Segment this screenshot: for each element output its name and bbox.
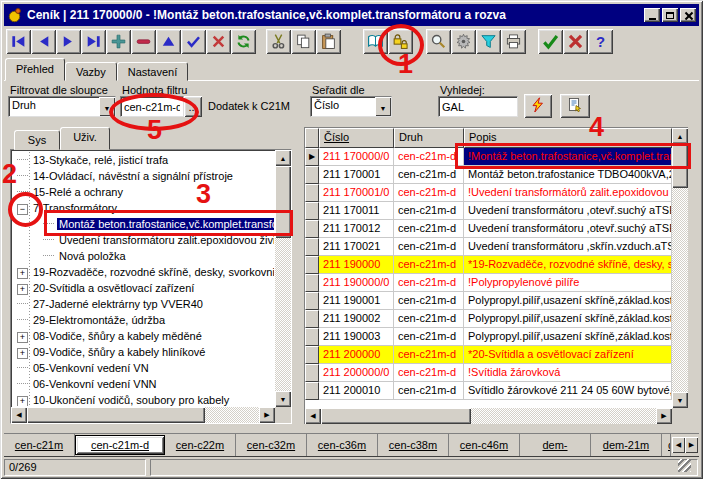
column-header-číslo[interactable]: Číslo — [319, 128, 394, 148]
tree-item[interactable]: 09-Vodiče, šňůry a kabely hliníkové — [13, 344, 274, 360]
column-header-popis[interactable]: Popis — [464, 128, 672, 148]
scrollbar-thumb[interactable] — [27, 407, 205, 423]
dropdown-button[interactable] — [99, 97, 115, 116]
resize-grip[interactable] — [678, 459, 691, 472]
tree-expander-minus-icon[interactable] — [17, 204, 28, 215]
tree-item[interactable]: Montáž beton.trafostanice,vč.komplet.tra… — [13, 216, 274, 232]
prior-record-button[interactable] — [31, 29, 56, 54]
paste-button[interactable] — [316, 29, 341, 54]
dataset-tab-cen-c46m[interactable]: cen-c46m — [449, 434, 520, 456]
tree-item[interactable]: 14-Ovládací, návěstní a signální přístro… — [13, 168, 274, 184]
grid-row[interactable]: 211 190002cen-c21m-dPolypropyl.pilíř,usa… — [305, 310, 672, 328]
tree-item[interactable]: Uvedení transformátoru zalit.epoxidovou … — [13, 232, 274, 248]
tree-item[interactable]: Nová položka — [13, 248, 274, 264]
tree-horizontal-scrollbar[interactable] — [11, 407, 275, 423]
locks-button[interactable] — [388, 29, 413, 54]
dataset-tab-cen-c21m-d[interactable]: cen-c21m-d — [75, 435, 165, 455]
tree-item[interactable]: 10-Ukončení vodičů, soubory pro kabely — [13, 392, 274, 406]
scroll-left-icon[interactable] — [305, 408, 321, 424]
column-header-druh[interactable]: Druh — [394, 128, 464, 148]
maximize-button[interactable] — [662, 8, 678, 22]
cancel-button[interactable] — [563, 29, 588, 54]
settings-button[interactable] — [451, 29, 476, 54]
grid-row[interactable]: 211 170011cen-c21m-dUvedení transformáto… — [305, 202, 672, 220]
grid-row[interactable]: 211 170012cen-c21m-dUvedení transformáto… — [305, 220, 672, 238]
tree-expander-plus-icon[interactable] — [17, 396, 28, 406]
search-button[interactable] — [426, 29, 451, 54]
scroll-up-icon[interactable] — [672, 128, 688, 144]
dataset-tab-cen-c32m[interactable]: cen-c32m — [236, 434, 307, 456]
grid-row[interactable]: 211 170000/0cen-c21m-d!Montáž beton.traf… — [305, 148, 672, 166]
tree-item[interactable]: 19-Rozvaděče, rozvodné skříně, desky, sv… — [13, 264, 274, 280]
tab-uziv[interactable]: Uživ. — [60, 127, 110, 150]
grid-row[interactable]: 211 190001cen-c21m-dPolypropyl.pilíř,usa… — [305, 292, 672, 310]
dataset-tab-de[interactable]: de — [662, 434, 671, 456]
dataset-tab-cen-c38m[interactable]: cen-c38m — [378, 434, 449, 456]
book-button[interactable] — [363, 29, 388, 54]
sort-select[interactable]: Číslo — [310, 96, 392, 117]
scroll-right-icon[interactable] — [656, 408, 672, 424]
tree-item[interactable]: 29-Elektromontáže, údržba — [13, 312, 274, 328]
scroll-down-icon[interactable] — [275, 391, 291, 407]
grid-row[interactable]: 211 190003cen-c21m-dPolypropyl.pilíř,usa… — [305, 328, 672, 346]
edit-record-button[interactable] — [156, 29, 181, 54]
scrollbar-thumb[interactable] — [321, 408, 471, 424]
filter-value-picker-button[interactable]: ... — [184, 96, 202, 117]
scroll-up-icon[interactable] — [275, 150, 291, 166]
dataset-tab-cen-c36m[interactable]: cen-c36m — [307, 434, 378, 456]
dataset-tab-cen-c21m[interactable]: cen-c21m — [4, 434, 75, 456]
grid-row[interactable]: 211 170001/0cen-c21m-d!Uvedení transform… — [305, 184, 672, 202]
delete-record-button[interactable] — [131, 29, 156, 54]
minimize-button[interactable] — [644, 8, 660, 22]
tree-item[interactable]: 06-Venkovní vedení VNN — [13, 376, 274, 392]
tab-vazby[interactable]: Vazby — [65, 62, 117, 81]
scroll-left-icon[interactable] — [11, 407, 27, 423]
report-button[interactable] — [560, 94, 590, 118]
tree-vertical-scrollbar[interactable] — [275, 150, 291, 407]
grid-row[interactable]: 211 200010cen-c21m-dSvítidlo žárovkové 2… — [305, 382, 672, 400]
help-button[interactable]: ? — [588, 29, 613, 54]
grid-row[interactable]: 211 200000/0cen-c21m-d!Svítidla žárovkov… — [305, 364, 672, 382]
cancel-edit-button[interactable] — [206, 29, 231, 54]
last-record-button[interactable] — [81, 29, 106, 54]
insert-record-button[interactable] — [106, 29, 131, 54]
scroll-down-icon[interactable] — [672, 392, 688, 408]
tab-nastaveni[interactable]: Nastavení — [117, 62, 189, 81]
filter-button[interactable] — [476, 29, 501, 54]
tree-item[interactable]: 7-Transformátory — [13, 200, 274, 216]
tree-item[interactable]: 13-Stykače, relé, jisticí trafa — [13, 152, 274, 168]
next-record-button[interactable] — [56, 29, 81, 54]
dataset-tab-dem-[interactable]: dem- — [520, 434, 591, 456]
dataset-tab-cen-c22m[interactable]: cen-c22m — [165, 434, 236, 456]
tree-item[interactable]: 27-Jaderné elektrárny typ VVER40 — [13, 296, 274, 312]
refresh-button[interactable] — [231, 29, 256, 54]
tab-prehled[interactable]: Přehled — [5, 58, 65, 81]
grid-row[interactable]: 211 190000cen-c21m-d*19-Rozvaděče, rozvo… — [305, 256, 672, 274]
search-execute-button[interactable] — [524, 94, 552, 118]
tab-sys[interactable]: Sys — [14, 130, 60, 150]
dropdown-button[interactable] — [375, 97, 391, 116]
copy-button[interactable] — [291, 29, 316, 54]
filter-column-select[interactable]: Druh — [8, 96, 116, 117]
scrollbar-thumb[interactable] — [275, 166, 291, 238]
scrollbar-thumb[interactable] — [672, 144, 688, 188]
first-record-button[interactable] — [6, 29, 31, 54]
cut-button[interactable] — [266, 29, 291, 54]
tabs-scroll-left-icon[interactable] — [672, 437, 685, 453]
grid-row[interactable]: 211 190000/0cen-c21m-d!Polypropylenové p… — [305, 274, 672, 292]
tree-expander-plus-icon[interactable] — [17, 284, 28, 295]
tree-item[interactable]: 20-Svítidla a osvětlovací zařízení — [13, 280, 274, 296]
confirm-button[interactable] — [538, 29, 563, 54]
filter-value-input[interactable] — [120, 96, 184, 117]
grid-row[interactable]: 211 170021cen-c21m-dUvedení transformáto… — [305, 238, 672, 256]
close-button[interactable] — [680, 8, 696, 22]
print-button[interactable] — [501, 29, 526, 54]
grid-row[interactable]: 211 170001cen-c21m-dMontáž beton.trafost… — [305, 166, 672, 184]
scroll-right-icon[interactable] — [259, 407, 275, 423]
tree-expander-plus-icon[interactable] — [17, 332, 28, 343]
grid-vertical-scrollbar[interactable] — [672, 128, 688, 408]
tree-item[interactable]: 15-Relé a ochrany — [13, 184, 274, 200]
grid-row[interactable]: 211 200000cen-c21m-d*20-Svítidla a osvět… — [305, 346, 672, 364]
tabs-scroll-right-icon[interactable] — [685, 437, 698, 453]
post-edit-button[interactable] — [181, 29, 206, 54]
